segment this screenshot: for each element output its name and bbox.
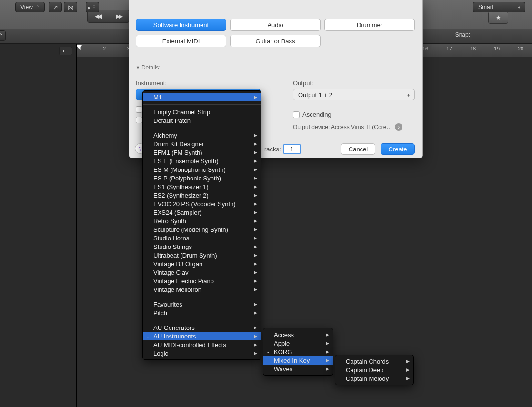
menu-separator (143, 128, 261, 128)
menu-item[interactable]: ES E (Ensemble Synth) (143, 157, 261, 165)
menu-item[interactable]: ES M (Monophonic Synth) (143, 165, 261, 174)
menu-item[interactable]: Alchemy (143, 131, 261, 139)
output-combo[interactable]: Output 1 + 2♦ (293, 89, 415, 100)
menu-item[interactable]: Sculpture (Modeling Synth) (143, 225, 261, 234)
menu-item[interactable]: Vintage Clav (143, 268, 261, 277)
menu-item[interactable]: Retro Synth (143, 217, 261, 225)
menu-item-captain-chords[interactable]: Captain Chords (335, 357, 413, 366)
tab-software-instrument[interactable]: Software Instrument (136, 19, 226, 31)
create-button[interactable]: Create (381, 143, 415, 155)
menu-item[interactable]: EFM1 (FM Synth) (143, 148, 261, 157)
mixed-in-key-submenu[interactable]: Captain Chords Captain Deep Captain Melo… (335, 355, 414, 385)
num-tracks-label: racks: (264, 146, 281, 153)
info-icon[interactable]: › (395, 123, 402, 131)
menu-item-korg[interactable]: KORG (263, 347, 333, 356)
output-label: Output: (293, 79, 313, 87)
details-disclosure[interactable]: ▼Details: (136, 64, 161, 71)
tab-audio[interactable]: Audio (230, 19, 321, 31)
menu-item-waves[interactable]: Waves (263, 365, 333, 373)
menu-item-pitch[interactable]: Pitch (143, 308, 261, 317)
menu-item[interactable]: Studio Strings (143, 242, 261, 251)
tab-guitar-bass[interactable]: Guitar or Bass (230, 35, 321, 47)
menu-item-empty-strip[interactable]: Empty Channel Strip (143, 108, 261, 116)
toolbar-extra-button[interactable] (488, 11, 508, 24)
toolbar-icon-1[interactable]: ↗ (49, 2, 62, 12)
menu-item-apple[interactable]: Apple (263, 339, 333, 347)
snap-menu[interactable]: Smart♦ (473, 2, 525, 12)
flex-icon: ⋈ (68, 4, 74, 11)
menu-item-access[interactable]: Access (263, 330, 333, 339)
menu-item[interactable]: ES1 (Synthesizer 1) (143, 182, 261, 191)
menu-item-au-midi[interactable]: AU MIDI-controlled Effects (143, 340, 261, 349)
menu-item[interactable]: Drum Kit Designer (143, 139, 261, 148)
tab-drummer[interactable]: Drummer (324, 19, 415, 31)
automation-icon: ↗ (53, 4, 58, 11)
forward-button[interactable] (108, 10, 129, 23)
menu-item-captain-deep[interactable]: Captain Deep (335, 366, 413, 374)
divider (76, 44, 77, 407)
playhead-icon[interactable] (76, 45, 82, 49)
menu-item-default-patch[interactable]: Default Patch (143, 116, 261, 125)
ruler-mark: 19 (494, 46, 500, 51)
menu-separator (143, 104, 261, 105)
num-tracks-input[interactable] (283, 144, 301, 154)
ruler-mark: 20 (518, 46, 523, 51)
menu-item-mixed-in-key[interactable]: Mixed In Key (263, 356, 333, 365)
menu-item[interactable]: Vintage B3 Organ (143, 259, 261, 268)
toolbar-icon-2[interactable]: ⋈ (64, 2, 77, 12)
instrument-label: Instrument: (136, 79, 167, 87)
menu-item[interactable]: Vintage Electric Piano (143, 277, 261, 285)
menu-item-m1[interactable]: M1 (143, 93, 261, 101)
ruler-mark: 18 (470, 46, 476, 51)
menu-item-captain-melody[interactable]: Captain Melody (335, 374, 413, 383)
ruler-mark: 16 (422, 46, 428, 51)
au-instruments-submenu[interactable]: Access Apple KORG Mixed In Key Waves (263, 328, 333, 376)
catch-icon: ▸⋮ (88, 4, 97, 11)
toolbar-icon-3[interactable]: ▸⋮ (86, 2, 99, 12)
menu-item-au-instruments[interactable]: AU Instruments (143, 332, 261, 340)
cycle-indicator[interactable] (59, 47, 72, 55)
menu-item[interactable]: ES P (Polyphonic Synth) (143, 174, 261, 182)
instrument-menu[interactable]: M1 Empty Channel Strip Default Patch Alc… (142, 90, 261, 360)
output-device-text: Output device: Access Virus TI (Core…› (293, 123, 402, 131)
menu-item[interactable]: EXS24 (Sampler) (143, 208, 261, 217)
menu-item[interactable]: Vintage Mellotron (143, 285, 261, 294)
menu-item[interactable]: Studio Horns (143, 234, 261, 242)
menu-item[interactable]: EVOC 20 PS (Vocoder Synth) (143, 199, 261, 208)
menu-separator (143, 297, 261, 297)
ascending-checkbox[interactable]: Ascending (293, 111, 331, 118)
menu-item-logic[interactable]: Logic (143, 349, 261, 357)
divider (161, 68, 416, 68)
ruler-mark: 17 (446, 46, 452, 51)
menu-item[interactable]: Ultrabeat (Drum Synth) (143, 251, 261, 259)
view-menu[interactable]: View⌃ (15, 2, 45, 12)
tab-external-midi[interactable]: External MIDI (136, 35, 226, 47)
disclosure-triangle-icon: ▼ (136, 65, 140, 70)
left-truncated-button[interactable]: s⌃ (0, 30, 6, 41)
ruler-mark: 2 (103, 46, 106, 51)
cancel-button[interactable]: Cancel (341, 143, 375, 155)
snap-label: Snap: (455, 31, 470, 38)
menu-separator (143, 320, 261, 320)
menu-item-au-generators[interactable]: AU Generators (143, 323, 261, 332)
menu-item[interactable]: ES2 (Synthesizer 2) (143, 191, 261, 199)
menu-item-favourites[interactable]: Favourites (143, 300, 261, 308)
